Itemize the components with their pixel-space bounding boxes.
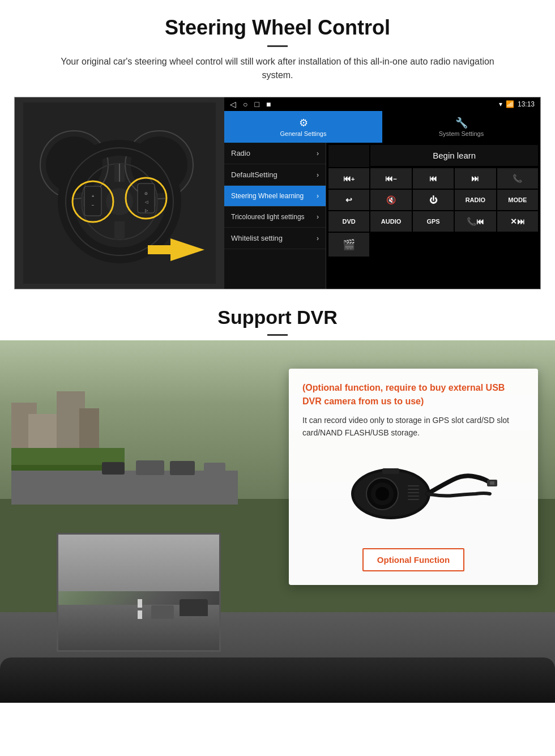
dvr-background: (Optional function, require to buy exter… [0, 340, 555, 703]
dvr-camera-thumbnail [57, 533, 221, 652]
optional-highlight-text: (Optional function, require to buy exter… [302, 381, 524, 408]
chevron-right-icon: › [317, 192, 319, 200]
ctrl-btn-mute[interactable]: 🔇 [370, 190, 411, 210]
nav-back-icon[interactable]: ◁ [230, 100, 236, 109]
ctrl-btn-vol-down[interactable]: ⏮− [370, 168, 411, 189]
menu-whitelist-label: Whitelist setting [231, 234, 283, 242]
steering-panel: 0 0 + − ⊙ ◁ ▷ [14, 97, 541, 289]
svg-text:−: − [92, 203, 95, 208]
ctrl-btn-cross-next[interactable]: ✕⏭ [497, 211, 538, 232]
svg-rect-54 [408, 499, 419, 500]
svg-rect-34 [102, 462, 125, 475]
svg-rect-45 [382, 468, 399, 474]
menu-radio-label: Radio [231, 149, 250, 157]
svg-rect-37 [204, 463, 225, 474]
menu-item-whitelist[interactable]: Whitelist setting › [224, 228, 326, 249]
wifi-icon: ▾ [499, 100, 502, 108]
dvr-divider [267, 334, 288, 336]
buildings-svg [11, 357, 238, 505]
chevron-right-icon: › [317, 150, 319, 157]
ctrl-btn-prev[interactable]: ⏮ [413, 168, 454, 189]
svg-rect-50 [408, 485, 419, 486]
page-title: Steering Wheel Control [34, 16, 521, 40]
tab-system-label: System Settings [439, 130, 484, 137]
android-statusbar: ◁ ○ □ ■ ▾ 📶 13:13 [224, 97, 540, 111]
ctrl-btn-back[interactable]: ↩ [328, 190, 369, 210]
ctrl-btn-vol-up[interactable]: ⏮+ [328, 168, 369, 189]
menu-item-radio[interactable]: Radio › [224, 143, 326, 164]
menu-item-defaultsetting[interactable]: DefaultSetting › [224, 164, 326, 186]
steering-wheel-image: 0 0 + − ⊙ ◁ ▷ [15, 97, 224, 289]
settings-icon: 🔧 [455, 117, 468, 129]
ctrl-btn-radio[interactable]: RADIO [455, 190, 496, 210]
svg-rect-52 [408, 492, 419, 493]
svg-rect-39 [138, 610, 142, 619]
chevron-right-icon: › [317, 234, 319, 242]
signal-icon: 📶 [506, 100, 514, 108]
lane-markings [115, 599, 166, 627]
tab-system-settings[interactable]: 🔧 System Settings [382, 111, 540, 143]
ctrl-btn-phone[interactable]: 📞 [497, 168, 538, 189]
svg-rect-36 [170, 461, 195, 475]
svg-rect-38 [138, 599, 142, 608]
android-tabs: ⚙ General Settings 🔧 System Settings [224, 111, 540, 143]
ctrl-btn-audio[interactable]: AUDIO [370, 211, 411, 232]
begin-learn-area: Begin learn [370, 145, 538, 166]
nav-recent-icon[interactable]: □ [254, 100, 259, 109]
nav-buttons: ◁ ○ □ ■ [230, 100, 271, 109]
camera-svg [328, 451, 498, 536]
thumb-car1 [180, 599, 208, 616]
control-buttons-grid: Begin learn ⏮+ ⏮− ⏮ ⏭ 📞 ↩ 🔇 ⏻ RADIO MODE… [326, 143, 540, 289]
menu-steering-label: Steering Wheel learning [231, 192, 304, 200]
gear-icon: ⚙ [299, 117, 308, 129]
nav-home-icon[interactable]: ○ [243, 100, 247, 109]
svg-text:⊙: ⊙ [144, 191, 148, 195]
begin-learn-label: Begin learn [433, 151, 476, 160]
android-menu: Radio › DefaultSetting › Steering Wheel … [224, 143, 326, 289]
dvr-description-text: It can record video only to storage in G… [302, 414, 524, 439]
ctrl-btn-gps[interactable]: GPS [413, 211, 454, 232]
menu-item-steering-wheel[interactable]: Steering Wheel learning › [224, 186, 326, 207]
nav-menu-icon[interactable]: ■ [266, 100, 271, 109]
optional-function-button[interactable]: Optional Function [362, 548, 464, 571]
steering-wheel-section-header: Steering Wheel Control Your original car… [0, 0, 555, 87]
tab-general-label: General Settings [280, 130, 327, 137]
svg-text:+: + [92, 194, 95, 199]
thumb-sky [58, 535, 219, 591]
svg-rect-51 [408, 489, 419, 490]
ctrl-btn-camera[interactable]: 🎬 [328, 233, 369, 257]
ctrl-btn-next[interactable]: ⏭ [455, 168, 496, 189]
svg-rect-16 [84, 186, 101, 216]
section-description: Your original car's steering wheel contr… [51, 55, 504, 82]
menu-default-label: DefaultSetting [231, 170, 278, 179]
clock: 13:13 [518, 100, 535, 108]
android-content: Radio › DefaultSetting › Steering Wheel … [224, 143, 540, 289]
dvr-title: Support DVR [34, 306, 521, 328]
svg-point-44 [375, 487, 389, 501]
android-ui: ◁ ○ □ ■ ▾ 📶 13:13 ⚙ General Settings 🔧 S… [224, 97, 540, 289]
dvr-header: Support DVR [0, 289, 555, 340]
tab-general-settings[interactable]: ⚙ General Settings [224, 111, 382, 143]
dvr-camera-illustration [302, 449, 524, 539]
svg-rect-26 [148, 245, 173, 254]
ctrl-btn-phone-prev[interactable]: 📞⏮ [455, 211, 496, 232]
menu-tricoloured-label: Tricoloured light settings [231, 213, 305, 221]
menu-item-tricoloured[interactable]: Tricoloured light settings › [224, 207, 326, 228]
svg-rect-47 [490, 481, 494, 485]
svg-rect-33 [11, 471, 238, 505]
dvr-section: Support DVR [0, 289, 555, 703]
wheel-svg: 0 0 + − ⊙ ◁ ▷ [23, 102, 216, 284]
dvr-info-card: (Optional function, require to buy exter… [289, 369, 538, 585]
ctrl-btn-mode[interactable]: MODE [497, 190, 538, 210]
statusbar-right: ▾ 📶 13:13 [499, 100, 535, 108]
chevron-right-icon: › [317, 213, 319, 221]
car-hood [0, 657, 555, 703]
svg-rect-35 [136, 460, 164, 475]
chevron-right-icon: › [317, 171, 319, 179]
svg-rect-53 [408, 496, 419, 497]
ctrl-btn-dvd[interactable]: DVD [328, 211, 369, 232]
title-divider [267, 45, 288, 47]
ctrl-btn-power[interactable]: ⏻ [413, 190, 454, 210]
